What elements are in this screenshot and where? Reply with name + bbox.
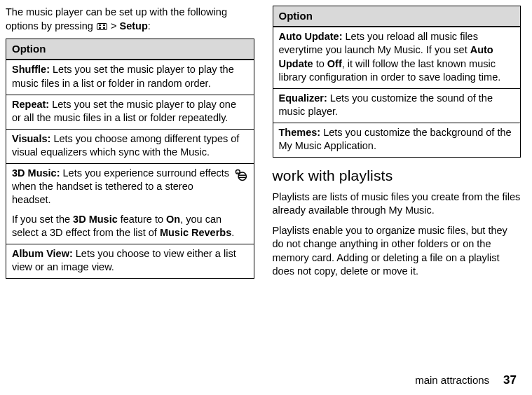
option-3d-extra: If you set the 3D Music feature to On, y… [12, 213, 248, 240]
option-auto-update: Auto Update: Lets you reload all music f… [273, 27, 521, 88]
option-label: Repeat: [12, 99, 49, 110]
playlists-para-1: Playlists are lists of music files you c… [273, 190, 521, 218]
intro-text: The music player can be set up with the … [6, 6, 254, 33]
svg-text:+: + [236, 170, 238, 174]
page-footer: main attractions 37 [6, 373, 521, 389]
option-label: 3D Music: [12, 167, 60, 179]
option-label: Auto Update: [279, 31, 343, 42]
option-album-view: Album View: Lets you choose to view eith… [6, 244, 254, 278]
option-label: Album View: [12, 248, 73, 259]
option-3d-music: + 3D Music: Lets you experience surround… [6, 164, 254, 244]
option-themes: Themes: Lets you customize the backgroun… [273, 123, 521, 158]
svg-rect-4 [238, 177, 245, 178]
option-visuals: Visuals: Lets you choose among different… [6, 129, 254, 163]
footer-section-title: main attractions [415, 373, 489, 387]
svg-point-2 [238, 172, 246, 180]
intro-setup: Setup [120, 20, 148, 32]
option-label: Equalizer: [279, 92, 327, 104]
footer-page-number: 37 [503, 373, 517, 389]
option-shuffle: Shuffle: Lets you set the music player t… [6, 60, 254, 95]
option-repeat: Repeat: Lets you set the music player to… [6, 95, 254, 129]
svg-rect-3 [238, 175, 245, 176]
option-equalizer: Equalizer: Lets you customize the sound … [273, 88, 521, 123]
intro-colon: : [148, 20, 151, 32]
intro-gt: > [108, 20, 120, 32]
option-label: Themes: [279, 127, 321, 138]
options-table-left: Option Shuffle: Lets you set the music p… [6, 39, 254, 279]
option-label: Visuals: [12, 133, 50, 144]
section-heading: work with playlists [273, 166, 521, 186]
option-label: Shuffle: [12, 64, 50, 75]
options-table-right: Option Auto Update: Lets you reload all … [273, 6, 521, 158]
accessory-icon: + [233, 167, 248, 182]
menu-key-icon [97, 23, 107, 30]
table-header-left: Option [6, 39, 254, 60]
table-header-right: Option [273, 6, 521, 27]
playlists-para-2: Playlists enable you to organize music f… [273, 224, 521, 279]
